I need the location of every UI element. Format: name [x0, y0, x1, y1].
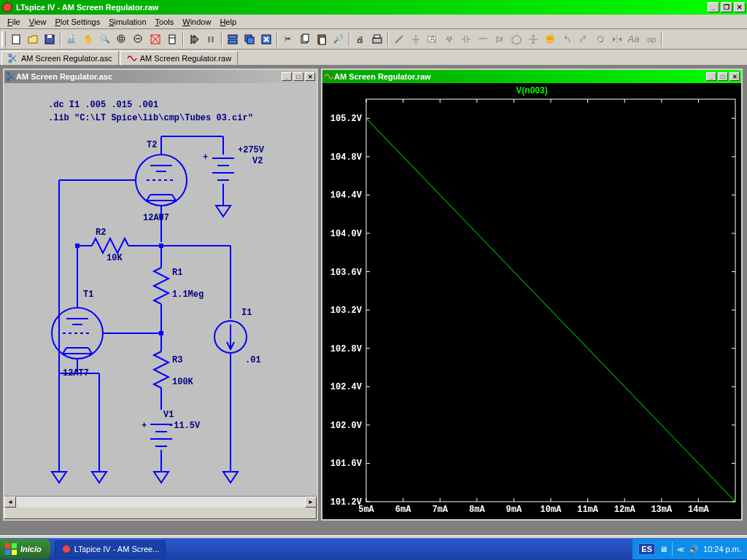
svg-text:13mA: 13mA	[651, 505, 673, 515]
menu-view[interactable]: View	[25, 16, 51, 28]
app-title: LTspice IV - AM Screen Regulator.raw	[16, 3, 706, 12]
component-icon[interactable]	[508, 31, 525, 47]
tab-waveform[interactable]: AM Screen Regulator.raw	[120, 51, 238, 66]
diode-icon[interactable]	[491, 31, 508, 47]
redo-icon[interactable]	[575, 31, 592, 47]
svg-point-163	[63, 545, 70, 553]
scroll-track[interactable]	[16, 497, 305, 508]
tray-desktop-icon[interactable]: 🖥	[659, 545, 667, 553]
child-close-button[interactable]: ✕	[305, 72, 315, 81]
zoom-fit-icon[interactable]	[113, 31, 130, 47]
open-icon[interactable]	[24, 31, 41, 47]
task-label: LTspice IV - AM Scree...	[74, 545, 160, 553]
pick-icon[interactable]	[163, 31, 180, 47]
svg-text:9mA: 9mA	[506, 505, 522, 515]
start-button[interactable]: Inicio	[0, 539, 50, 559]
save-icon[interactable]	[41, 31, 58, 47]
app-icon	[61, 544, 71, 554]
tab-schematic[interactable]: AM Screen Regulator.asc	[1, 51, 119, 66]
svg-rect-26	[373, 38, 382, 43]
undo-icon[interactable]	[558, 31, 575, 47]
svg-rect-27	[374, 35, 380, 38]
move-icon[interactable]	[525, 31, 541, 47]
child-maximize-button[interactable]: □	[293, 72, 303, 81]
zoom-out-icon[interactable]	[130, 31, 147, 47]
svg-text:V(n003): V(n003)	[516, 85, 547, 96]
cut-icon[interactable]: ✂	[279, 31, 296, 47]
child-maximize-button[interactable]: □	[718, 72, 728, 81]
svg-rect-18	[247, 37, 254, 44]
schematic-hscroll[interactable]: ◄ ►	[4, 496, 317, 508]
print-icon[interactable]: 🖨	[352, 31, 368, 47]
minimize-button[interactable]: _	[708, 2, 719, 12]
rotate-icon[interactable]	[592, 31, 608, 47]
svg-text:5mA: 5mA	[358, 505, 374, 515]
spice-directive-icon[interactable]: .op	[642, 31, 659, 47]
tile-icon[interactable]	[224, 31, 241, 47]
ground-icon[interactable]	[407, 31, 424, 47]
svg-text:+: +	[142, 421, 147, 431]
app-titlebar: LTspice IV - AM Screen Regulator.raw _ ❐…	[0, 0, 747, 15]
child-minimize-button[interactable]: _	[282, 72, 292, 81]
hand-icon[interactable]: ✋	[80, 31, 96, 47]
svg-text:102.0V: 102.0V	[330, 421, 363, 431]
paste-icon[interactable]	[313, 31, 330, 47]
language-indicator[interactable]: ES	[638, 543, 655, 555]
svg-text:8mA: 8mA	[469, 505, 485, 515]
scroll-left-icon[interactable]: ◄	[4, 497, 16, 508]
scissor-icon	[8, 53, 18, 63]
mirror-icon[interactable]	[608, 31, 625, 47]
close-button[interactable]: ✕	[734, 2, 746, 12]
wire-icon[interactable]	[390, 31, 407, 47]
child-minimize-button[interactable]: _	[706, 72, 716, 81]
svg-rect-23	[303, 34, 309, 42]
run-icon[interactable]	[185, 31, 202, 47]
inductor-icon[interactable]	[474, 31, 491, 47]
label-icon[interactable]: A	[424, 31, 441, 47]
restore-button[interactable]: ❐	[721, 2, 732, 12]
menu-tools[interactable]: Tools	[151, 16, 179, 28]
plot-titlebar[interactable]: AM Screen Regulator.raw _ □ ✕	[322, 70, 741, 83]
cascade-icon[interactable]	[241, 31, 258, 47]
tray-shield-icon[interactable]: ≪	[677, 545, 684, 553]
label-R1: R1	[172, 268, 182, 278]
document-tabs: AM Screen Regulator.asc AM Screen Regula…	[0, 50, 747, 66]
capacitor-icon[interactable]	[457, 31, 474, 47]
svg-text:103.2V: 103.2V	[330, 306, 363, 316]
text-icon[interactable]: Aa	[625, 31, 642, 47]
clock[interactable]: 10:24 p.m.	[703, 545, 741, 553]
scroll-right-icon[interactable]: ►	[305, 497, 317, 508]
child-close-button[interactable]: ✕	[729, 72, 740, 81]
menu-simulation[interactable]: Simulation	[104, 16, 150, 28]
resistor-icon[interactable]	[441, 31, 457, 47]
autorange-icon[interactable]	[147, 31, 163, 47]
label-R3: R3	[172, 355, 182, 365]
menu-help[interactable]: Help	[215, 16, 241, 28]
new-icon[interactable]	[7, 31, 24, 47]
menu-window[interactable]: Window	[178, 16, 215, 28]
tray-volume-icon[interactable]: 🔊	[689, 545, 699, 554]
taskbar-item[interactable]: LTspice IV - AM Scree...	[55, 540, 166, 558]
directive-lib: .lib "C:\LT Spice\lib\cmp\Tubes 03.cir"	[48, 113, 253, 123]
zoom-in-icon[interactable]: 🔍	[96, 31, 113, 47]
svg-rect-16	[228, 40, 237, 44]
schematic-window[interactable]: AM Screen Regulator.asc _ □ ✕ .dc I1 .00…	[3, 69, 318, 521]
drag-icon[interactable]: ✊	[541, 31, 558, 47]
plot-canvas[interactable]: V(n003)101.2V101.6V102.0V102.4V102.8V103…	[322, 83, 741, 519]
menu-file[interactable]: File	[3, 16, 25, 28]
copy-icon[interactable]	[296, 31, 313, 47]
scissor-icon	[6, 71, 16, 82]
menu-plot-settings[interactable]: Plot Settings	[50, 16, 104, 28]
schematic-canvas[interactable]: .dc I1 .005 .015 .001 .lib "C:\LT Spice\…	[4, 83, 317, 496]
label-R1v: 1.1Meg	[172, 289, 204, 300]
svg-text:10mA: 10mA	[541, 505, 562, 515]
find-icon[interactable]: 🔎	[330, 31, 347, 47]
halt-icon[interactable]	[202, 31, 219, 47]
closewin-icon[interactable]	[258, 31, 274, 47]
svg-text:104.8V: 104.8V	[330, 152, 363, 163]
search-icon[interactable]: 🔬	[63, 31, 80, 47]
plot-window[interactable]: AM Screen Regulator.raw _ □ ✕ V(n003)101…	[321, 69, 743, 521]
schematic-titlebar[interactable]: AM Screen Regulator.asc _ □ ✕	[4, 70, 317, 83]
print-setup-icon[interactable]	[368, 31, 385, 47]
svg-text:102.8V: 102.8V	[330, 344, 363, 354]
